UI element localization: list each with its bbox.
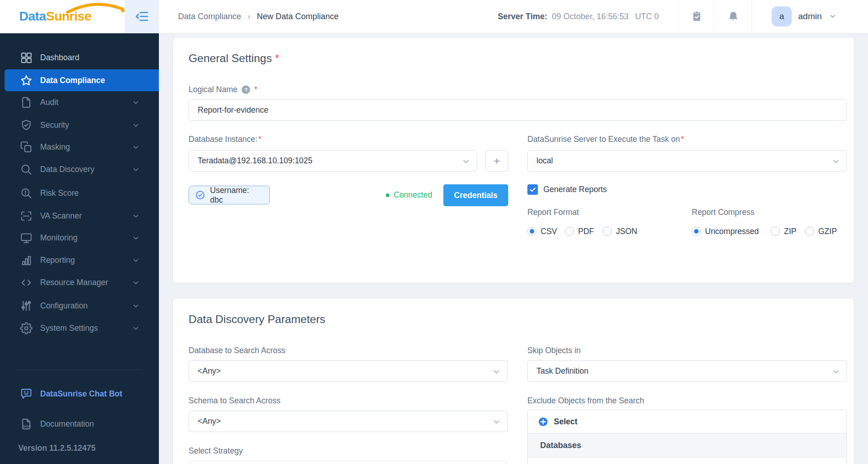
sidebar-item-configuration[interactable]: Configuration (5, 295, 159, 317)
skip-objects-dropdown[interactable]: Task Definition (527, 360, 847, 382)
chevron-down-icon (132, 166, 139, 173)
tasks-clipboard-icon (691, 10, 703, 22)
radio-icon (771, 227, 780, 236)
database-instance-dropdown[interactable]: Teradata@192.168.10.109:1025 (189, 150, 477, 172)
chevron-down-icon (132, 279, 139, 286)
copy-icon (20, 141, 32, 153)
radio-gzip[interactable]: GZIP (805, 226, 837, 236)
sidebar-item-reporting[interactable]: Reporting (5, 249, 159, 271)
doc-file-icon: DOC (20, 418, 32, 430)
tasks-button[interactable] (688, 7, 706, 26)
radio-icon (603, 227, 612, 236)
database-to-search-label: Database to Search Across (189, 344, 285, 356)
required-asterisk: * (681, 135, 684, 144)
user-avatar[interactable]: a (772, 6, 792, 26)
chevron-down-icon (832, 157, 840, 165)
exclude-objects-empty-row (528, 458, 847, 464)
svg-text:DOC: DOC (23, 424, 31, 428)
add-instance-button[interactable]: + (485, 150, 508, 172)
sidebar-item-system-settings[interactable]: System Settings (5, 317, 159, 339)
logical-name-label: Logical Name ? * (189, 83, 258, 95)
sidebar-divider (17, 370, 142, 370)
chevron-down-icon (132, 99, 139, 106)
sidebar-item-monitoring[interactable]: Monitoring (5, 227, 159, 249)
username-chip[interactable]: Username: dbc (189, 186, 270, 204)
question-circle-icon[interactable]: ? (241, 85, 251, 94)
exclude-objects-select-button[interactable]: Select (528, 410, 847, 433)
radio-selected-icon (527, 227, 537, 236)
user-chevron-icon[interactable] (829, 13, 836, 20)
logical-name-input[interactable]: Report-for-evidence (189, 99, 847, 121)
breadcrumb-separator-icon: › (247, 11, 250, 21)
document-icon (20, 96, 32, 109)
bar-chart-icon (20, 254, 32, 266)
monitor-icon (20, 232, 32, 244)
radio-uncompressed[interactable]: Uncompressed (692, 226, 759, 236)
sidebar-item-va-scanner[interactable]: VA Scanner (5, 205, 159, 227)
radio-zip[interactable]: ZIP (771, 226, 796, 236)
radio-pdf[interactable]: PDF (565, 226, 594, 236)
credentials-button[interactable]: Credentials (443, 184, 508, 206)
generate-reports-label[interactable]: Generate Reports (543, 184, 607, 195)
status-dot-icon (386, 193, 389, 197)
chat-bot-icon (20, 388, 32, 400)
version-label: Version 11.2.5.12475 (18, 443, 95, 453)
required-asterisk: * (254, 85, 258, 94)
select-strategy-dropdown[interactable] (189, 461, 508, 464)
svg-text:?: ? (244, 86, 247, 93)
user-menu-name[interactable]: admin (798, 0, 822, 33)
gear-icon (20, 322, 32, 334)
header-divider (715, 0, 715, 33)
database-to-search-dropdown[interactable]: <Any> (189, 360, 508, 382)
chevron-down-icon (832, 368, 840, 375)
logo-text-data: Data (19, 9, 46, 24)
sidebar-item-masking[interactable]: Masking (5, 136, 159, 158)
sidebar-toggle-button[interactable] (125, 0, 159, 33)
code-icon (20, 276, 32, 289)
exclude-objects-group-databases: Databases (528, 433, 847, 458)
server-time-label: Server Time: (498, 12, 547, 21)
radio-icon (565, 227, 574, 236)
breadcrumb: Data Compliance › New Data Compliance (178, 0, 338, 33)
required-asterisk: * (275, 52, 279, 64)
sidebar-item-dashboard[interactable]: Dashboard (5, 47, 159, 68)
chevron-down-icon (132, 302, 139, 309)
check-circle-icon (195, 190, 205, 200)
sidebar-item-audit[interactable]: Audit (5, 91, 159, 113)
schema-to-search-label: Schema to Search Across (189, 395, 280, 407)
server-dropdown[interactable]: local (527, 150, 847, 172)
schema-to-search-dropdown[interactable]: <Any> (189, 411, 508, 432)
collapse-sidebar-icon (135, 10, 149, 22)
plus-circle-icon (538, 417, 548, 427)
sidebar-item-chat-bot[interactable]: DataSunrise Chat Bot (5, 383, 159, 405)
exclude-objects-label: Exclude Objects from the Search (527, 395, 644, 407)
header-divider (752, 0, 752, 33)
shield-check-icon (20, 119, 32, 131)
select-strategy-label: Select Strategy (189, 445, 243, 457)
chevron-down-icon (132, 122, 139, 129)
sidebar-item-risk-score[interactable]: Risk Score (5, 182, 159, 204)
sidebar-item-data-compliance[interactable]: Data Compliance (5, 69, 159, 91)
server-time: Server Time: 09 October, 16:56:53 UTC 0 (498, 0, 659, 33)
chevron-down-icon (132, 213, 139, 219)
required-asterisk: * (258, 135, 262, 144)
sidebar-item-data-discovery[interactable]: Data Discovery (5, 158, 159, 180)
database-instance-label: Database Instance:* (189, 133, 262, 145)
logo-text-sunrise: Sunrise (46, 9, 91, 24)
sidebar-item-security[interactable]: Security (5, 114, 159, 136)
generate-reports-checkbox[interactable] (527, 184, 538, 195)
chevron-down-icon (132, 257, 139, 264)
chevron-down-icon (132, 325, 139, 332)
app-logo[interactable]: DataSunrise (19, 0, 91, 33)
notifications-button[interactable] (724, 7, 742, 26)
radio-json[interactable]: JSON (603, 226, 637, 236)
sidebar-item-documentation[interactable]: DOC Documentation (5, 413, 159, 435)
checkmark-icon (529, 186, 536, 193)
sidebar-item-resource-manager[interactable]: Resource Manager (5, 271, 159, 293)
search-alert-icon (20, 187, 32, 199)
connection-status: Connected (386, 186, 432, 204)
sidebar-nav: Dashboard Data Compliance Audit Security (0, 33, 159, 464)
radio-csv[interactable]: CSV (527, 226, 557, 236)
breadcrumb-parent[interactable]: Data Compliance (178, 12, 241, 21)
app-window: DataSunrise Data Compliance › New Data C… (0, 0, 868, 464)
